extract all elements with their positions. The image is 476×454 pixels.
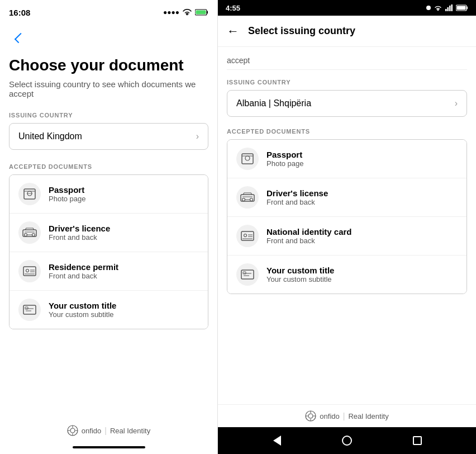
right-national-id-icon-circle — [236, 225, 259, 247]
svg-point-33 — [245, 156, 250, 160]
doc-title-residence-permit: Residence permit — [49, 262, 118, 272]
doc-item-residence-permit[interactable]: Residence permit Front and back — [9, 252, 208, 291]
svg-point-48 — [308, 414, 313, 418]
real-identity-text: Real Identity — [110, 427, 150, 435]
doc-text-drivers-licence: Driver's licence Front and back — [49, 224, 110, 242]
doc-subtitle-drivers-licence: Front and back — [49, 233, 110, 242]
right-issuing-country-label: ISSUING COUNTRY — [227, 79, 467, 86]
document-list: Passport Photo page Driver's licenc — [9, 174, 208, 329]
page-subtitle: Select issuing country to see which docu… — [9, 79, 208, 98]
android-dot-icon — [426, 6, 431, 10]
right-doc-item-custom[interactable]: Your custom title Your custom subtitle — [227, 256, 467, 294]
right-onfido-icon — [305, 410, 316, 422]
svg-rect-25 — [445, 9, 447, 11]
left-panel: 16:08 ●●●● Choose your document Select i… — [0, 0, 218, 454]
android-back-nav-icon — [273, 436, 281, 446]
svg-rect-27 — [449, 6, 451, 11]
right-doc-item-drivers-license[interactable]: Driver's license Front and back — [227, 178, 467, 217]
right-drivers-license-icon-circle — [236, 186, 259, 209]
svg-rect-30 — [467, 7, 468, 10]
svg-rect-1 — [207, 11, 208, 14]
android-wifi-icon — [434, 4, 442, 11]
svg-rect-26 — [448, 7, 449, 11]
doc-text-residence-permit: Residence permit Front and back — [49, 262, 118, 280]
right-doc-item-national-id[interactable]: National identity card Front and back — [227, 217, 467, 256]
page-title: Choose your document — [9, 56, 208, 75]
chevron-right-icon: › — [196, 131, 199, 141]
svg-point-20 — [70, 428, 75, 433]
right-passport-icon-circle — [236, 148, 259, 170]
right-doc-text-national-id: National identity card Front and back — [266, 227, 352, 245]
android-home-nav-button[interactable] — [336, 429, 358, 452]
android-back-nav-button[interactable] — [266, 429, 288, 452]
svg-point-11 — [26, 269, 29, 272]
android-recents-nav-icon — [413, 436, 422, 445]
back-button[interactable] — [9, 29, 27, 47]
right-doc-item-passport[interactable]: Passport Photo page — [227, 140, 467, 178]
country-value: United Kingdom — [18, 131, 82, 141]
android-status-bar: 4:55 — [218, 0, 476, 16]
right-doc-title-drivers-license: Driver's license — [266, 188, 328, 198]
onfido-logo: onfido — [67, 425, 101, 436]
svg-point-39 — [244, 234, 247, 237]
doc-title-passport: Passport — [49, 185, 86, 195]
doc-text-custom: Your custom title Your custom subtitle — [49, 301, 116, 319]
doc-item-drivers-licence[interactable]: Driver's licence Front and back — [9, 214, 208, 252]
drivers-licence-icon-circle — [18, 221, 41, 244]
android-back-icon: ← — [227, 24, 239, 38]
right-document-list: Passport Photo page Driver's licens — [227, 139, 467, 294]
right-doc-title-national-id: National identity card — [266, 227, 352, 237]
issuing-country-label: ISSUING COUNTRY — [9, 112, 208, 119]
right-doc-subtitle-drivers-license: Front and back — [266, 198, 328, 206]
signal-icon: ●●●● — [163, 8, 179, 16]
svg-rect-3 — [24, 189, 35, 199]
right-country-selector[interactable]: Albania | Shqipëria › — [227, 90, 467, 117]
svg-rect-15 — [23, 305, 36, 314]
passport-icon-circle — [18, 183, 41, 205]
svg-point-36 — [242, 198, 245, 201]
right-panel: 4:55 ← Select issuing country accept ISS… — [218, 0, 476, 454]
svg-rect-31 — [457, 6, 466, 10]
accept-text: accept — [227, 56, 467, 70]
svg-rect-28 — [451, 4, 453, 11]
android-home-nav-icon — [342, 436, 352, 446]
android-battery-icon — [456, 4, 468, 11]
svg-rect-7 — [23, 230, 36, 237]
ios-home-indicator — [0, 443, 217, 454]
back-chevron-icon — [15, 33, 25, 43]
svg-rect-35 — [241, 195, 254, 201]
right-doc-subtitle-passport: Photo page — [266, 159, 304, 168]
right-doc-subtitle-custom: Your custom subtitle — [266, 275, 334, 283]
android-screen-title: Select issuing country — [248, 25, 355, 37]
android-recents-nav-button[interactable] — [406, 429, 429, 452]
android-back-button[interactable]: ← — [227, 24, 239, 39]
doc-item-passport[interactable]: Passport Photo page — [9, 175, 208, 214]
left-footer: onfido | Real Identity — [0, 418, 217, 443]
footer-divider: | — [104, 426, 107, 435]
battery-icon — [195, 9, 208, 16]
svg-rect-10 — [23, 267, 36, 276]
country-selector[interactable]: United Kingdom › — [9, 123, 208, 150]
svg-point-8 — [25, 233, 27, 236]
ios-status-icons: ●●●● — [163, 8, 208, 16]
right-accepted-docs-label: ACCEPTED DOCUMENTS — [227, 128, 467, 135]
right-doc-text-custom: Your custom title Your custom subtitle — [266, 266, 334, 283]
svg-point-9 — [32, 233, 35, 236]
right-doc-text-drivers-license: Driver's license Front and back — [266, 188, 328, 206]
doc-subtitle-residence-permit: Front and back — [49, 272, 118, 280]
wifi-icon — [183, 9, 192, 16]
svg-rect-2 — [196, 11, 206, 15]
doc-item-custom[interactable]: Your custom title Your custom subtitle — [9, 291, 208, 329]
right-doc-title-passport: Passport — [266, 150, 304, 159]
accepted-docs-label: ACCEPTED DOCUMENTS — [9, 163, 208, 170]
android-time: 4:55 — [226, 4, 240, 12]
onfido-brand-text: onfido — [82, 427, 101, 435]
doc-text-passport: Passport Photo page — [49, 185, 86, 203]
residence-permit-icon-circle — [18, 260, 41, 282]
right-content: accept ISSUING COUNTRY Albania | Shqipër… — [218, 47, 476, 404]
svg-rect-43 — [241, 270, 254, 279]
ios-status-bar: 16:08 ●●●● — [0, 0, 217, 25]
right-country-value: Albania | Shqipëria — [236, 98, 311, 108]
right-doc-text-passport: Passport Photo page — [266, 150, 304, 168]
right-chevron-icon: › — [455, 98, 458, 108]
